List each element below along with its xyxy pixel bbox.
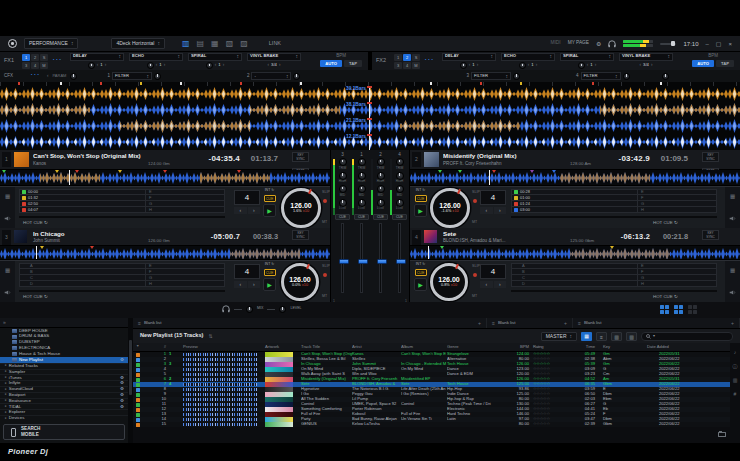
low-eq-knob[interactable]	[377, 199, 385, 207]
beats-minus-icon[interactable]: ‹	[156, 63, 158, 68]
add-tab-icon[interactable]: +	[564, 321, 567, 326]
add-tab-icon[interactable]: +	[478, 321, 481, 326]
cfx-dots-icon[interactable]: • • •	[31, 74, 43, 78]
hot-cue-mode[interactable]: HOT CUE ↻	[23, 295, 48, 299]
trim-knob[interactable]	[358, 158, 366, 166]
search-box[interactable]: ▾	[641, 332, 733, 341]
preview-cell[interactable]	[183, 423, 265, 426]
preview-waveform[interactable]	[183, 408, 257, 411]
preview-waveform[interactable]	[183, 413, 257, 416]
preview-cell[interactable]	[183, 403, 265, 406]
layout-selector[interactable]: 4Deck Horizontal↕	[111, 38, 165, 49]
fx-assign-button[interactable]: 2	[31, 54, 39, 61]
hot-cue-mode[interactable]: HOT CUE ↻	[23, 221, 48, 225]
beats-minus-icon[interactable]: ‹	[97, 63, 99, 68]
preview-waveform[interactable]	[183, 398, 257, 401]
beats-plus-icon[interactable]: ›	[164, 63, 166, 68]
caret-icon[interactable]: ▾	[653, 334, 655, 338]
release-fx-select[interactable]: VINYL BRAKE↕	[247, 53, 301, 61]
beats-minus-icon[interactable]: ‹	[215, 63, 217, 68]
headphone-cue-button[interactable]: CUE	[335, 214, 350, 220]
hot-cue-scrollbar[interactable]	[19, 290, 225, 292]
cfx-param-knob[interactable]	[70, 73, 77, 80]
cue-button[interactable]: CUE	[415, 195, 427, 202]
bpm-auto-button[interactable]: AUTO	[320, 60, 342, 67]
key-sync-button[interactable]: KEYSYNC	[292, 152, 309, 162]
waveform-deck1[interactable]	[0, 86, 740, 102]
preview-waveform[interactable]	[183, 403, 257, 406]
deck-layout-toggle-2[interactable]	[674, 305, 683, 314]
trim-knob[interactable]	[377, 158, 385, 166]
master-tempo-button[interactable]: MT	[322, 221, 327, 225]
low-eq-knob[interactable]	[358, 199, 366, 207]
slip-button[interactable]: SLIP	[322, 265, 330, 269]
beat-jump-back[interactable]: ‹	[480, 207, 493, 214]
expand-triangle-icon[interactable]: ▸	[5, 382, 7, 386]
master-tempo-button[interactable]: MT	[472, 295, 477, 299]
headphone-cue-button[interactable]: CUE	[373, 214, 388, 220]
hot-cue-scrollbar[interactable]	[19, 216, 225, 218]
play-button[interactable]: ▶	[263, 204, 276, 217]
fx-assign-button[interactable]: 1	[394, 54, 402, 61]
col-num[interactable]: #	[149, 345, 169, 349]
artwork-size-button-2[interactable]: ▥	[626, 332, 637, 341]
beats-plus-icon[interactable]: ›	[651, 63, 653, 68]
close-button[interactable]: ×	[728, 41, 732, 47]
channel-fader[interactable]	[360, 223, 363, 293]
beat-jump-fwd[interactable]: ›	[494, 207, 507, 214]
fx-level-knob[interactable]	[88, 62, 95, 69]
add-tab-icon[interactable]: +	[731, 321, 734, 326]
fx-select[interactable]: DELAY↕	[442, 53, 496, 61]
play-button[interactable]: ▶	[414, 278, 427, 291]
key-sync-button[interactable]: KEYSYNC	[292, 230, 309, 240]
headphone-cue-button[interactable]: CUE	[392, 214, 407, 220]
fader-handle[interactable]	[339, 259, 349, 264]
preview-waveform[interactable]	[183, 353, 257, 356]
maximize-button[interactable]: ▢	[716, 41, 722, 47]
release-fx-select[interactable]: VINYL BRAKE↕	[619, 53, 673, 61]
col-title[interactable]: Track Title	[301, 345, 352, 349]
fader-handle[interactable]	[377, 259, 387, 264]
preview-waveform[interactable]	[183, 393, 257, 396]
preview-cell[interactable]	[183, 353, 265, 356]
col-rating[interactable]: Rating	[533, 345, 565, 349]
col-time[interactable]: Time	[565, 345, 599, 349]
view-rotate-icon[interactable]: ▧	[226, 40, 234, 48]
link-icon[interactable]: #	[734, 392, 737, 397]
deck-layout-toggle-3[interactable]	[688, 305, 697, 314]
fx-assign-button[interactable]: S	[40, 54, 48, 61]
cfx-knob[interactable]	[154, 73, 161, 80]
expand-triangle-icon[interactable]: ▸	[5, 370, 7, 374]
channel-fader[interactable]	[379, 223, 382, 293]
pad-grid-icon[interactable]: ▦	[5, 194, 10, 200]
artwork-size-button-1[interactable]: ▥	[611, 332, 622, 341]
beat-jump-fwd[interactable]: ›	[494, 281, 507, 288]
collapse-icon[interactable]: ‹	[47, 74, 49, 79]
deck3-overview-waveform[interactable]	[0, 246, 330, 260]
preview-waveform[interactable]	[183, 373, 257, 376]
beat-jump-fwd[interactable]: ›	[248, 281, 261, 288]
col-artwork[interactable]: Artwork	[265, 345, 301, 349]
master-tempo-button[interactable]: MT	[322, 295, 327, 299]
trim-knob[interactable]	[396, 158, 404, 166]
preview-cell[interactable]	[183, 378, 265, 381]
trim-knob[interactable]	[339, 158, 347, 166]
beat-jump-back[interactable]: ‹	[234, 281, 247, 288]
preview-waveform[interactable]	[183, 423, 257, 426]
speaker-icon[interactable]	[729, 215, 736, 222]
jog-wheel[interactable]: 126.00 0.8% ±10	[430, 263, 468, 301]
filter-funnel-icon[interactable]: ▼	[133, 345, 149, 349]
pad-grid-icon[interactable]: ▦	[730, 268, 735, 274]
speaker-icon[interactable]	[4, 289, 11, 296]
preview-cell[interactable]	[183, 418, 265, 421]
mid-eq-knob[interactable]	[358, 185, 366, 193]
preview-waveform[interactable]	[183, 378, 257, 381]
gear-icon[interactable]: ⚙	[120, 358, 124, 363]
collapse-icon[interactable]: »	[3, 320, 6, 325]
cfx-filter-select[interactable]: FILTER↕	[471, 72, 511, 80]
pad-grid-icon[interactable]: ▦	[5, 268, 10, 274]
low-eq-knob[interactable]	[396, 199, 404, 207]
slip-button[interactable]: SLIP	[472, 265, 480, 269]
col-preview[interactable]: Preview	[183, 345, 265, 349]
col-bpm[interactable]: BPM	[497, 345, 533, 349]
